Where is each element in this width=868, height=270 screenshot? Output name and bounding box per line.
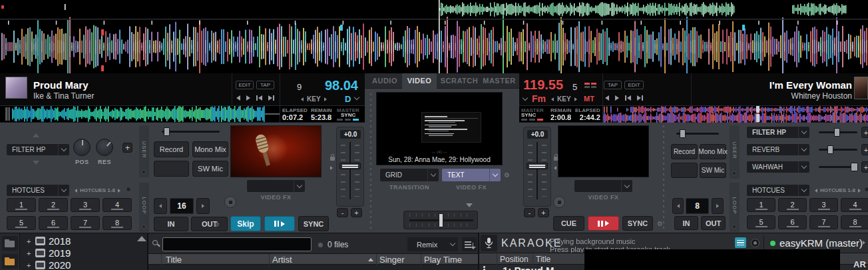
deck-right-fx-select-1[interactable]: FILTER HP bbox=[747, 127, 809, 138]
loop-half-button[interactable] bbox=[154, 198, 167, 214]
fx-pos-knob[interactable] bbox=[73, 139, 91, 156]
edit-button[interactable]: EDIT bbox=[236, 81, 254, 89]
loop-panel-tab[interactable]: LOOP bbox=[730, 183, 740, 232]
tap-button[interactable]: TAP bbox=[604, 81, 622, 89]
folder-item-2020[interactable]: +2020 bbox=[27, 259, 71, 270]
record-button[interactable]: Record bbox=[154, 141, 189, 157]
deck-left-pads-mode-select[interactable]: HOTCUES bbox=[7, 185, 69, 196]
hotcues-pager[interactable]: HOTCUES 1-8 bbox=[75, 187, 120, 193]
gear-icon[interactable]: ⚙ bbox=[214, 221, 220, 228]
fx2-handle[interactable] bbox=[827, 145, 833, 154]
hotcue-pad[interactable]: 3 bbox=[71, 198, 100, 212]
karaoke-record-dot-button[interactable] bbox=[751, 239, 760, 247]
deck-left-play-pause-button[interactable] bbox=[264, 216, 295, 231]
karaoke-device[interactable]: easyKRM (master) bbox=[779, 237, 863, 249]
hotcues-pager[interactable]: HOTCUES 1-8 bbox=[815, 187, 861, 193]
folder-item-2019[interactable]: +2019 bbox=[27, 247, 71, 259]
fx-add-button[interactable]: + bbox=[122, 143, 132, 153]
hotcue-pad[interactable]: 7 bbox=[809, 215, 838, 229]
deck-left-sync-button[interactable]: SYNC bbox=[298, 216, 329, 231]
column-singer[interactable]: Singer bbox=[379, 255, 405, 265]
fx1-handle[interactable] bbox=[834, 128, 840, 137]
fx-next-icon[interactable] bbox=[33, 161, 39, 165]
column-play-time[interactable]: Play Time bbox=[424, 255, 462, 265]
empty-button[interactable] bbox=[154, 161, 189, 177]
loop-in-button[interactable]: IN bbox=[154, 217, 188, 231]
deck-right-fx-select-2[interactable]: REVERB bbox=[747, 144, 809, 155]
loop-double-button[interactable] bbox=[712, 198, 724, 214]
hotcue-pad[interactable]: 8 bbox=[841, 215, 868, 229]
transition-select[interactable]: GRID bbox=[380, 169, 439, 181]
hotcue-pad[interactable]: 1 bbox=[747, 198, 775, 212]
pitch-minus-button[interactable]: - bbox=[337, 208, 348, 217]
master-videofx-select[interactable]: TEXT bbox=[442, 169, 501, 181]
orange-folder-icon[interactable] bbox=[2, 254, 18, 269]
deck-left-seek-arrows[interactable] bbox=[236, 95, 274, 101]
scrolling-waveform[interactable] bbox=[0, 0, 868, 73]
fx-add-button[interactable]: + bbox=[861, 161, 868, 173]
key-chevron-icon[interactable] bbox=[523, 98, 527, 100]
empty-button[interactable] bbox=[671, 163, 698, 178]
deck-right-play-pause-button[interactable] bbox=[588, 216, 619, 231]
fx-add-button[interactable]: + bbox=[861, 127, 868, 138]
pitch-handle[interactable] bbox=[527, 163, 548, 169]
crossfader-handle[interactable] bbox=[439, 213, 443, 227]
pitch-minus-button[interactable]: - bbox=[524, 208, 535, 217]
user-panel-tab[interactable]: USER bbox=[730, 125, 740, 179]
tab-video[interactable]: VIDEO bbox=[402, 73, 437, 89]
list-filter-select[interactable]: Remix bbox=[407, 237, 458, 251]
deck-left-fx-select[interactable]: FILTER HP bbox=[7, 144, 69, 155]
deck-right-pitch-slider[interactable]: +0.0 bbox=[523, 127, 551, 207]
pads-dot-icon[interactable] bbox=[126, 187, 131, 192]
hotcue-pad[interactable]: 7 bbox=[71, 216, 100, 230]
gear-icon[interactable]: ⚙ bbox=[504, 172, 510, 179]
deck-left-key[interactable]: D bbox=[345, 94, 351, 104]
loop-out-button[interactable]: OUT bbox=[191, 217, 228, 231]
deck-right-stop-button[interactable] bbox=[553, 196, 565, 208]
key-chevron-icon[interactable] bbox=[355, 97, 359, 99]
sw-mic-button[interactable]: SW Mic bbox=[700, 163, 726, 178]
loop-double-button[interactable] bbox=[196, 198, 210, 214]
mono-mix-button[interactable]: Mono Mix bbox=[192, 141, 228, 157]
loop-in-button[interactable]: IN bbox=[674, 216, 698, 230]
tab-scratch[interactable]: SCRATCH bbox=[439, 77, 479, 85]
deck-right-volume-handle[interactable] bbox=[680, 129, 686, 138]
hotcue-pad[interactable]: 3 bbox=[809, 198, 838, 212]
record-button[interactable]: Record bbox=[671, 144, 698, 159]
pitch-handle[interactable] bbox=[339, 163, 361, 169]
gear-icon[interactable]: ⚙ bbox=[657, 221, 663, 227]
pitch-plus-button[interactable]: + bbox=[351, 208, 362, 217]
fx-res-knob[interactable] bbox=[96, 139, 113, 156]
master-tempo-indicator[interactable]: MT bbox=[584, 95, 594, 103]
skip-button[interactable]: Skip bbox=[230, 216, 261, 231]
hotcue-pad[interactable]: 8 bbox=[103, 216, 132, 230]
user-panel-tab[interactable]: USER bbox=[139, 125, 149, 177]
loop-panel-tab[interactable]: LOOP bbox=[139, 183, 149, 232]
pitch-lock-icon[interactable] bbox=[330, 157, 335, 161]
deck-left-pitch-slider[interactable]: +0.0 bbox=[336, 127, 364, 207]
deck-left-volume-track[interactable] bbox=[162, 131, 220, 133]
karaoke-screen-icon[interactable] bbox=[735, 237, 746, 248]
fx3-handle[interactable] bbox=[851, 163, 858, 171]
folder-shortcut-icon[interactable] bbox=[2, 236, 18, 251]
deck-right-track-overview[interactable] bbox=[602, 105, 868, 123]
deck-left-stop-button[interactable] bbox=[224, 196, 236, 208]
hotcue-pad[interactable]: 2 bbox=[39, 198, 68, 212]
deck-left-key-nav[interactable]: KEY bbox=[301, 95, 327, 103]
hotcue-pad[interactable]: 4 bbox=[841, 198, 868, 212]
hotcue-pad[interactable]: 5 bbox=[747, 215, 775, 229]
cue-button[interactable]: CUE bbox=[553, 216, 584, 231]
column-title[interactable]: Title bbox=[536, 255, 550, 264]
hotcue-pad[interactable]: 6 bbox=[778, 215, 807, 229]
loop-out-button[interactable]: OUT bbox=[701, 216, 726, 230]
deck-right-pads-mode-select[interactable]: HOTCUES bbox=[747, 185, 809, 196]
folder-item-2018[interactable]: +2018 bbox=[27, 235, 71, 247]
deck-left-volume-handle[interactable] bbox=[164, 127, 170, 136]
deck-left-track-overview[interactable] bbox=[5, 106, 280, 122]
deck-right-sync-button[interactable]: SYNC bbox=[622, 216, 653, 231]
sort-options-icon[interactable] bbox=[462, 237, 477, 251]
pads-dot-icon[interactable] bbox=[864, 187, 868, 192]
edit-button[interactable]: EDIT bbox=[624, 81, 644, 89]
hotcue-pad[interactable]: 1 bbox=[7, 198, 36, 212]
tree-scroll-up-icon[interactable] bbox=[137, 236, 146, 241]
